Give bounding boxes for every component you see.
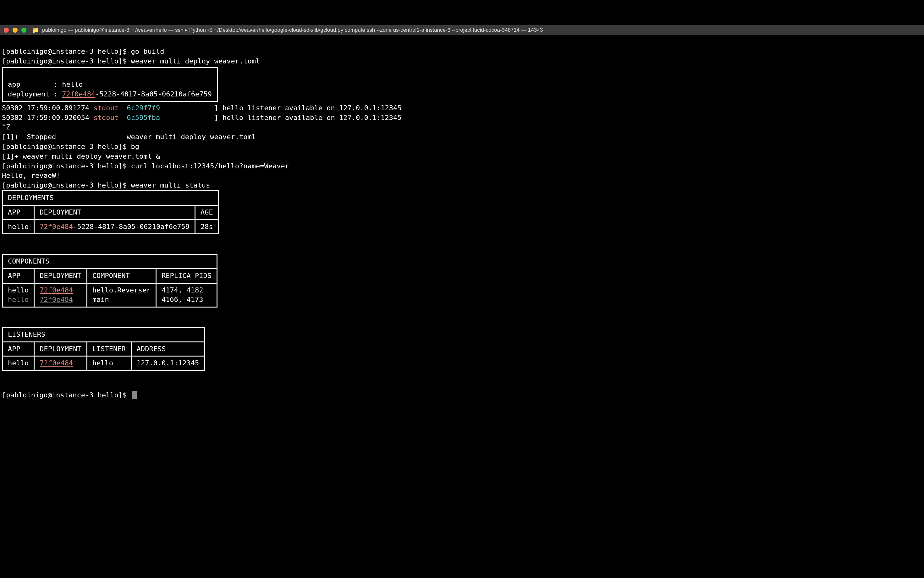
prompt-line: [pabloinigo@instance-3 hello]$ curl loca…	[2, 162, 289, 170]
deployment-id-link[interactable]: 72f0e484	[62, 90, 95, 98]
cell-app: hello	[3, 356, 34, 371]
th-deployment: DEPLOYMENT	[34, 342, 87, 356]
deployment-id-rest: -5228-4817-8a05-06210af6e759	[95, 90, 212, 98]
deployment-link[interactable]: 72f0e484	[40, 223, 73, 231]
letterbox-top	[0, 0, 924, 25]
deployment-link[interactable]: 72f0e484	[40, 359, 73, 367]
cell-pids-group: 4174, 4182 4166, 4173	[156, 283, 217, 307]
deployment-info-inner: app : hello deployment : 72f0e484-5228-4…	[3, 78, 217, 101]
cell-deployment: 72f0e484	[34, 356, 87, 371]
listeners-title: LISTENERS	[3, 327, 205, 342]
cursor	[132, 391, 137, 399]
th-app: APP	[3, 205, 34, 219]
traffic-lights	[4, 28, 26, 32]
minimize-button[interactable]	[13, 28, 18, 32]
deployment-link[interactable]: 72f0e484	[40, 286, 73, 294]
stdout-label: stdout	[93, 114, 118, 122]
log-line: S0302 17:59:00.891274 stdout 6c29f7f9 ] …	[2, 104, 402, 112]
cmd-build: go build	[131, 47, 164, 55]
th-component: COMPONENT	[87, 269, 156, 283]
maximize-button[interactable]	[21, 28, 26, 32]
table-header-row: APPDEPLOYMENTLISTENERADDRESS	[3, 342, 205, 356]
cell-age: 28s	[195, 219, 219, 234]
bg-output: [1]+ weaver multi deploy weaver.toml &	[2, 153, 160, 160]
log-hash: 6c595fba	[127, 114, 160, 122]
th-pids: REPLICA PIDS	[156, 269, 217, 283]
th-listener: LISTENER	[87, 342, 131, 356]
th-app: APP	[3, 342, 34, 356]
stopped-line: [1]+ Stopped weaver multi deploy weaver.…	[2, 133, 256, 141]
th-app: APP	[3, 269, 34, 283]
close-button[interactable]	[4, 28, 9, 32]
stdout-label: stdout	[93, 104, 118, 112]
cell-deployment-group: 72f0e484 72f0e484	[34, 283, 87, 307]
th-address: ADDRESS	[131, 342, 205, 356]
curl-output: Hello, revaeW!	[2, 172, 60, 179]
log-line: S0302 17:59:00.920054 stdout 6c595fba ] …	[2, 114, 402, 122]
th-deployment: DEPLOYMENT	[34, 205, 195, 219]
listeners-table: LISTENERS APPDEPLOYMENTLISTENERADDRESS h…	[2, 327, 205, 371]
prompt-line: [pabloinigo@instance-3 hello]$ go build	[2, 47, 164, 55]
components-title: COMPONENTS	[3, 254, 217, 269]
cmd-bg: bg	[131, 143, 140, 151]
deployment-link[interactable]: 72f0e484	[40, 295, 73, 304]
log-hash: 6c29f7f9	[127, 104, 160, 112]
prompt-line: [pabloinigo@instance-3 hello]$ weaver mu…	[2, 181, 210, 189]
prompt-line: [pabloinigo@instance-3 hello]$ bg	[2, 143, 139, 151]
app-label: app :	[8, 80, 62, 88]
app-value: hello	[62, 80, 83, 88]
deployments-title: DEPLOYMENTS	[3, 191, 219, 205]
th-deployment: DEPLOYMENT	[34, 269, 87, 283]
cell-component-group: hello.Reverser main	[87, 283, 156, 307]
cmd-curl: curl localhost:12345/hello?name=Weaver	[131, 162, 289, 170]
ctrl-z: ^Z	[2, 123, 10, 131]
terminal-content[interactable]: [pabloinigo@instance-3 hello]$ go build …	[0, 35, 924, 402]
components-table: COMPONENTS APPDEPLOYMENTCOMPONENTREPLICA…	[2, 254, 218, 307]
prompt-line: [pabloinigo@instance-3 hello]$	[2, 391, 137, 399]
table-header-row: APPDEPLOYMENTAGE	[3, 205, 219, 219]
prompt-line: [pabloinigo@instance-3 hello]$ weaver mu…	[2, 57, 260, 65]
cell-app: hello	[3, 219, 34, 234]
deployment-info-box: app : hello deployment : 72f0e484-5228-4…	[2, 67, 218, 102]
cmd-deploy: weaver multi deploy weaver.toml	[131, 57, 260, 65]
cell-listener: hello	[87, 356, 131, 371]
cell-address: 127.0.0.1:12345	[131, 356, 205, 371]
table-header-row: APPDEPLOYMENTCOMPONENTREPLICA PIDS	[3, 269, 217, 283]
table-row: hello72f0e484-5228-4817-8a05-06210af6e75…	[3, 219, 219, 234]
window-title: pabloinigo — pabloinigo@instance-3: ~/we…	[42, 26, 543, 34]
cell-deployment: 72f0e484-5228-4817-8a05-06210af6e759	[34, 219, 195, 234]
deployment-label: deployment :	[8, 90, 62, 98]
deployments-table: DEPLOYMENTS APPDEPLOYMENTAGE hello72f0e4…	[2, 190, 219, 234]
th-age: AGE	[195, 205, 219, 219]
folder-icon: 📁	[32, 26, 39, 34]
cmd-status: weaver multi status	[131, 181, 210, 189]
cell-app-group: hello hello	[3, 283, 34, 307]
table-row: hello72f0e484hello127.0.0.1:12345	[3, 356, 205, 371]
window-titlebar: 📁 pabloinigo — pabloinigo@instance-3: ~/…	[0, 25, 924, 35]
